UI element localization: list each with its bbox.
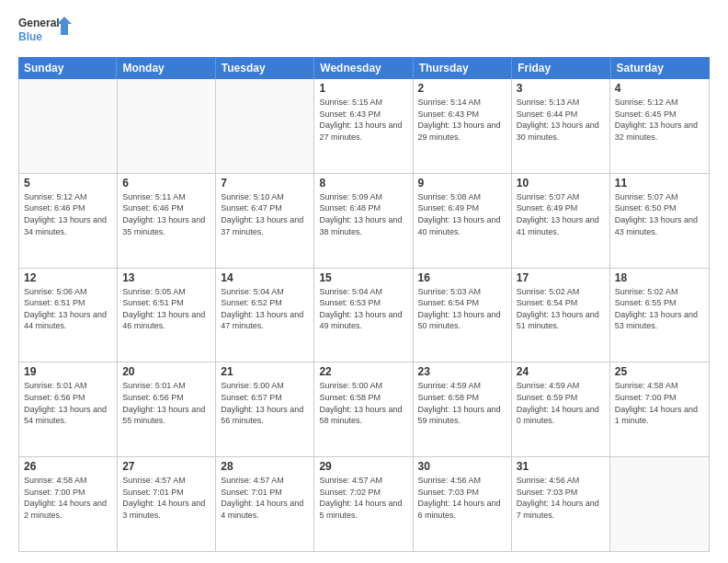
day-number: 18 [615, 271, 704, 284]
day-number: 23 [418, 365, 506, 378]
day-cell-14: 14Sunrise: 5:04 AM Sunset: 6:52 PM Dayli… [216, 269, 314, 362]
day-cell-5: 5Sunrise: 5:12 AM Sunset: 6:46 PM Daylig… [19, 174, 118, 268]
day-number: 31 [517, 460, 605, 473]
day-cell-15: 15Sunrise: 5:04 AM Sunset: 6:53 PM Dayli… [314, 269, 413, 362]
day-info: Sunrise: 5:01 AM Sunset: 6:56 PM Dayligh… [122, 380, 210, 426]
day-number: 9 [418, 177, 506, 190]
calendar-header: SundayMondayTuesdayWednesdayThursdayFrid… [18, 57, 710, 79]
day-number: 26 [24, 460, 112, 473]
day-number: 5 [24, 177, 112, 190]
day-number: 19 [24, 365, 112, 378]
day-info: Sunrise: 4:56 AM Sunset: 7:03 PM Dayligh… [418, 475, 506, 521]
day-number: 22 [319, 365, 407, 378]
header-day-friday: Friday [512, 57, 610, 79]
day-info: Sunrise: 5:04 AM Sunset: 6:53 PM Dayligh… [319, 286, 407, 332]
day-info: Sunrise: 5:00 AM Sunset: 6:57 PM Dayligh… [221, 380, 309, 426]
day-number: 3 [517, 82, 605, 95]
day-cell-16: 16Sunrise: 5:03 AM Sunset: 6:54 PM Dayli… [414, 269, 512, 362]
day-info: Sunrise: 5:05 AM Sunset: 6:51 PM Dayligh… [122, 286, 210, 332]
day-cell-30: 30Sunrise: 4:56 AM Sunset: 7:03 PM Dayli… [414, 457, 512, 551]
day-number: 28 [221, 460, 309, 473]
day-cell-29: 29Sunrise: 4:57 AM Sunset: 7:02 PM Dayli… [314, 457, 413, 551]
day-info: Sunrise: 5:06 AM Sunset: 6:51 PM Dayligh… [24, 286, 112, 332]
empty-cell [216, 79, 314, 173]
header-day-sunday: Sunday [18, 57, 117, 79]
header-day-tuesday: Tuesday [216, 57, 314, 79]
day-info: Sunrise: 4:58 AM Sunset: 7:00 PM Dayligh… [615, 380, 704, 426]
header: General Blue [18, 15, 710, 50]
calendar-week-3: 12Sunrise: 5:06 AM Sunset: 6:51 PM Dayli… [19, 269, 709, 363]
day-number: 30 [418, 460, 506, 473]
calendar: SundayMondayTuesdayWednesdayThursdayFrid… [18, 57, 710, 552]
day-info: Sunrise: 4:59 AM Sunset: 6:59 PM Dayligh… [517, 380, 605, 426]
header-day-saturday: Saturday [611, 57, 710, 79]
day-cell-20: 20Sunrise: 5:01 AM Sunset: 6:56 PM Dayli… [118, 362, 216, 456]
svg-text:General: General [18, 17, 60, 29]
day-number: 12 [24, 271, 112, 284]
header-day-thursday: Thursday [414, 57, 512, 79]
day-info: Sunrise: 5:01 AM Sunset: 6:56 PM Dayligh… [24, 380, 112, 426]
day-info: Sunrise: 5:10 AM Sunset: 6:47 PM Dayligh… [221, 191, 309, 237]
day-cell-6: 6Sunrise: 5:11 AM Sunset: 6:46 PM Daylig… [118, 174, 216, 268]
day-info: Sunrise: 5:02 AM Sunset: 6:54 PM Dayligh… [517, 286, 605, 332]
day-cell-1: 1Sunrise: 5:15 AM Sunset: 6:43 PM Daylig… [314, 79, 413, 173]
day-number: 14 [221, 271, 309, 284]
day-cell-7: 7Sunrise: 5:10 AM Sunset: 6:47 PM Daylig… [216, 174, 314, 268]
day-number: 24 [517, 365, 605, 378]
header-day-wednesday: Wednesday [314, 57, 413, 79]
calendar-week-2: 5Sunrise: 5:12 AM Sunset: 6:46 PM Daylig… [19, 174, 709, 269]
day-info: Sunrise: 5:14 AM Sunset: 6:43 PM Dayligh… [418, 97, 506, 143]
day-number: 1 [319, 82, 407, 95]
day-info: Sunrise: 5:07 AM Sunset: 6:49 PM Dayligh… [517, 191, 605, 237]
day-cell-4: 4Sunrise: 5:12 AM Sunset: 6:45 PM Daylig… [610, 79, 709, 173]
day-cell-3: 3Sunrise: 5:13 AM Sunset: 6:44 PM Daylig… [512, 79, 610, 173]
empty-cell [19, 79, 118, 173]
day-number: 8 [319, 177, 407, 190]
empty-cell [610, 457, 709, 551]
day-info: Sunrise: 5:11 AM Sunset: 6:46 PM Dayligh… [122, 191, 210, 237]
day-info: Sunrise: 5:02 AM Sunset: 6:55 PM Dayligh… [615, 286, 704, 332]
day-info: Sunrise: 5:04 AM Sunset: 6:52 PM Dayligh… [221, 286, 309, 332]
day-info: Sunrise: 5:12 AM Sunset: 6:46 PM Dayligh… [24, 191, 112, 237]
day-info: Sunrise: 5:13 AM Sunset: 6:44 PM Dayligh… [517, 97, 605, 143]
day-cell-23: 23Sunrise: 4:59 AM Sunset: 6:58 PM Dayli… [414, 362, 512, 456]
day-info: Sunrise: 5:12 AM Sunset: 6:45 PM Dayligh… [615, 97, 704, 143]
day-cell-13: 13Sunrise: 5:05 AM Sunset: 6:51 PM Dayli… [118, 269, 216, 362]
day-number: 4 [615, 82, 704, 95]
calendar-week-4: 19Sunrise: 5:01 AM Sunset: 6:56 PM Dayli… [19, 362, 709, 457]
day-cell-9: 9Sunrise: 5:08 AM Sunset: 6:49 PM Daylig… [414, 174, 512, 268]
calendar-week-1: 1Sunrise: 5:15 AM Sunset: 6:43 PM Daylig… [19, 79, 709, 174]
day-info: Sunrise: 5:15 AM Sunset: 6:43 PM Dayligh… [319, 97, 407, 143]
day-cell-28: 28Sunrise: 4:57 AM Sunset: 7:01 PM Dayli… [216, 457, 314, 551]
day-number: 10 [517, 177, 605, 190]
day-number: 13 [122, 271, 210, 284]
svg-text:Blue: Blue [18, 30, 42, 43]
day-info: Sunrise: 4:57 AM Sunset: 7:01 PM Dayligh… [221, 475, 309, 521]
day-cell-24: 24Sunrise: 4:59 AM Sunset: 6:59 PM Dayli… [512, 362, 610, 456]
day-number: 21 [221, 365, 309, 378]
day-cell-11: 11Sunrise: 5:07 AM Sunset: 6:50 PM Dayli… [610, 174, 709, 268]
logo: General Blue [18, 15, 74, 50]
logo-svg: General Blue [18, 15, 74, 50]
day-number: 6 [122, 177, 210, 190]
day-info: Sunrise: 5:07 AM Sunset: 6:50 PM Dayligh… [615, 191, 704, 237]
day-cell-27: 27Sunrise: 4:57 AM Sunset: 7:01 PM Dayli… [118, 457, 216, 551]
day-cell-19: 19Sunrise: 5:01 AM Sunset: 6:56 PM Dayli… [19, 362, 118, 456]
day-number: 7 [221, 177, 309, 190]
day-cell-12: 12Sunrise: 5:06 AM Sunset: 6:51 PM Dayli… [19, 269, 118, 362]
header-day-monday: Monday [117, 57, 215, 79]
day-cell-25: 25Sunrise: 4:58 AM Sunset: 7:00 PM Dayli… [610, 362, 709, 456]
day-number: 11 [615, 177, 704, 190]
day-number: 2 [418, 82, 506, 95]
day-cell-2: 2Sunrise: 5:14 AM Sunset: 6:43 PM Daylig… [414, 79, 512, 173]
empty-cell [118, 79, 216, 173]
day-cell-21: 21Sunrise: 5:00 AM Sunset: 6:57 PM Dayli… [216, 362, 314, 456]
day-info: Sunrise: 4:59 AM Sunset: 6:58 PM Dayligh… [418, 380, 506, 426]
day-info: Sunrise: 4:58 AM Sunset: 7:00 PM Dayligh… [24, 475, 112, 521]
day-number: 25 [615, 365, 704, 378]
day-cell-18: 18Sunrise: 5:02 AM Sunset: 6:55 PM Dayli… [610, 269, 709, 362]
day-info: Sunrise: 5:09 AM Sunset: 6:48 PM Dayligh… [319, 191, 407, 237]
day-info: Sunrise: 4:57 AM Sunset: 7:01 PM Dayligh… [122, 475, 210, 521]
day-number: 16 [418, 271, 506, 284]
day-info: Sunrise: 5:00 AM Sunset: 6:58 PM Dayligh… [319, 380, 407, 426]
